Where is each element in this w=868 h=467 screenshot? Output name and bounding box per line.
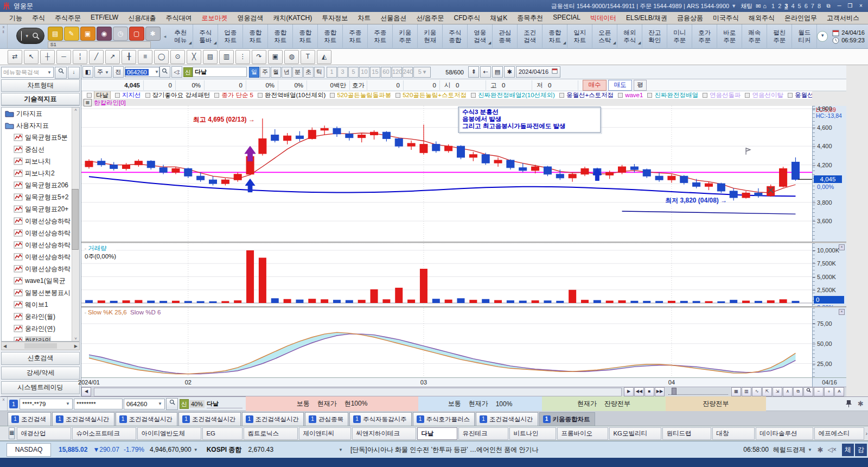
- period-button-분[interactable]: 분: [292, 67, 303, 78]
- status-badge-감[interactable]: 감: [855, 444, 867, 456]
- save-icon[interactable]: ▤: [48, 27, 63, 41]
- minute-button-1[interactable]: 1: [327, 67, 337, 78]
- menu-item-8[interactable]: 캐치(KATCH): [268, 14, 317, 23]
- index1-dropdown-icon[interactable]: ▼: [194, 447, 198, 452]
- menu-item-10[interactable]: 차트: [353, 14, 375, 23]
- watchlist-item-다날[interactable]: 다날: [417, 427, 457, 440]
- quick-search-dropdown-icon[interactable]: ▼: [25, 34, 29, 39]
- menu-item-15[interactable]: 종목추천: [512, 14, 548, 23]
- sidebar-item-웨이브1[interactable]: 웨이브1: [2, 299, 79, 311]
- screen-number-7[interactable]: 7: [809, 3, 816, 9]
- row-grip[interactable]: x: [0, 397, 8, 411]
- legend2-label[interactable]: 한칼라인[0]: [94, 99, 126, 107]
- toolbar-button-해외주식[interactable]: 해외주식◢: [617, 24, 642, 48]
- legend-item-2[interactable]: 장기좋아요 강세패턴: [152, 91, 210, 99]
- ellipse-all-tool[interactable]: ⊙: [170, 50, 185, 64]
- sidebar-item-한칼라인[interactable]: 한칼라인: [2, 335, 79, 342]
- toolbar-grip[interactable]: x‖: [0, 24, 8, 48]
- period-button-월[interactable]: 월: [271, 67, 281, 78]
- menu-item-1[interactable]: 주식: [27, 14, 50, 23]
- toolbar-button-관심종목[interactable]: 관심종목: [493, 24, 518, 48]
- legend-item-0[interactable]: 다날: [94, 91, 111, 99]
- toolbar-button-키움주문[interactable]: 키움주문: [393, 24, 418, 48]
- sidebar-item-이평선상승하락[interactable]: 이평선상승하락: [2, 227, 79, 239]
- chart-date-picker[interactable]: 2024/04/16: [516, 66, 560, 78]
- home-icon[interactable]: ⌂: [763, 3, 767, 9]
- minute-button-120[interactable]: 120: [392, 67, 402, 78]
- menu-item-19[interactable]: 금융상품: [672, 14, 708, 23]
- legend-item-7[interactable]: 진짜완전정배열2(10선제외): [478, 91, 555, 99]
- layout-style-icon[interactable]: ▥: [742, 387, 751, 396]
- camera-icon[interactable]: ◉: [97, 27, 112, 41]
- voice-icon[interactable]: ◁: ▼: [171, 66, 182, 78]
- restore-button[interactable]: ❒: [845, 2, 855, 10]
- tab-조건검색실시간-1[interactable]: 1조건검색실시간: [52, 412, 114, 426]
- date-range-tool[interactable]: ▤: [203, 50, 218, 64]
- legend-item-10[interactable]: 진짜완전정배열: [654, 91, 698, 99]
- sidebar-item-피보나치[interactable]: 피보나치: [2, 155, 79, 167]
- scroll-right-icon[interactable]: ▶: [74, 344, 78, 349]
- parallel-lines-tool[interactable]: ≡: [138, 50, 152, 64]
- forward-button[interactable]: ▶▶: [655, 387, 665, 396]
- sidebar-item-이평선상승하락[interactable]: 이평선상승하락: [2, 263, 79, 275]
- volume-pane[interactable]: ▫ 거래량0주(0,00%): [81, 243, 812, 306]
- minute-button-240[interactable]: 240: [403, 67, 413, 78]
- period-button-초[interactable]: 초: [303, 67, 314, 78]
- price-axis[interactable]: LC:5,89HC:-13,844,8004,6004,4004,2003,80…: [812, 106, 846, 242]
- toolbar-button-종합차트[interactable]: 종합차트: [293, 24, 318, 48]
- index2-name[interactable]: KOSPI 종합: [207, 445, 242, 455]
- save-chart-icon[interactable]: ▤: [492, 66, 503, 78]
- menu-search-input[interactable]: 메뉴항목검색 ▼: [1, 67, 54, 78]
- period-button-틱[interactable]: 틱: [314, 67, 324, 78]
- clipboard-icon[interactable]: ▦: [9, 427, 15, 439]
- sidebar-item-이평선상승하락[interactable]: 이평선상승하락: [2, 215, 79, 227]
- compare-chart-icon[interactable]: ⇞: [468, 66, 479, 78]
- legend-item-9[interactable]: wave1: [625, 92, 643, 98]
- play-button[interactable]: ▶: [624, 387, 634, 396]
- scroll-left-icon[interactable]: ◀: [3, 344, 7, 349]
- hscroll-thumb[interactable]: [24, 343, 57, 349]
- sidebar-vertical-scrollbar[interactable]: ˄ ˅: [72, 108, 79, 341]
- screen-number-6[interactable]: 6: [803, 3, 809, 9]
- toolbar-button-잔고확인[interactable]: 잔고확인: [642, 24, 667, 48]
- watchlist-item-대창[interactable]: 대창: [712, 427, 755, 440]
- toolbar-button-업종차트[interactable]: 업종차트: [218, 24, 243, 48]
- news-dropdown-icon[interactable]: ▼: [808, 447, 812, 452]
- watchlist-item-제이앤티씨[interactable]: 제이앤티씨: [299, 427, 351, 440]
- sidebar-item-피보나치2[interactable]: 피보나치2: [2, 167, 79, 179]
- menu-item-3[interactable]: ETF/ELW: [86, 14, 123, 23]
- legend-item-12[interactable]: 연음선이탈: [752, 91, 783, 99]
- tab-키움종합차트-9[interactable]: 1키움종합차트: [539, 412, 595, 426]
- password-field[interactable]: ********: [74, 399, 123, 409]
- menu-item-23[interactable]: 고객서비스: [822, 14, 864, 23]
- screen-number-4[interactable]: 4: [789, 3, 796, 9]
- stoch-axis[interactable]: ×75,0050,0025,00: [812, 308, 846, 377]
- ellipse-tool[interactable]: ◯: [154, 50, 169, 64]
- sidebar-item-기타지표[interactable]: 기타지표: [2, 108, 79, 119]
- menu-item-20[interactable]: 미국주식: [708, 14, 744, 23]
- order-segment-2[interactable]: 현재가잔량전부: [542, 396, 666, 411]
- toolbar-button-주종차트[interactable]: 주종차트: [343, 24, 368, 48]
- technical-indicator-section-button[interactable]: 기술적지표: [1, 93, 80, 106]
- menu-item-9[interactable]: 투자정보: [317, 14, 353, 23]
- account-select[interactable]: ****-**79▼: [20, 399, 73, 409]
- zoom-out-button[interactable]: −: [814, 387, 824, 396]
- tab-조건검색실시간-8[interactable]: 1조건검색실시간: [476, 412, 538, 426]
- close-pane-icon[interactable]: ×: [839, 309, 845, 315]
- menu-item-7[interactable]: 영웅검색: [232, 14, 268, 23]
- stop-button[interactable]: ■: [644, 387, 654, 396]
- period-button-주[interactable]: 주: [260, 67, 270, 78]
- menu-item-4[interactable]: 신용/대출: [123, 14, 161, 23]
- toolbar-button-월드티커[interactable]: 월드티커: [792, 24, 817, 48]
- search-dropdown-icon[interactable]: ▼: [47, 70, 52, 75]
- watchlist-item-KG모빌리티[interactable]: KG모빌리티: [609, 427, 661, 440]
- index1-name[interactable]: NASDAQ: [7, 443, 51, 457]
- wave-icon[interactable]: ∧: [783, 387, 793, 396]
- watchlist-item-EG[interactable]: EG: [202, 427, 242, 440]
- period-button-일[interactable]: 일: [249, 67, 259, 78]
- clock-icon[interactable]: ◷: [113, 27, 128, 41]
- toolbar-button-쾌속주문[interactable]: 쾌속주문: [742, 24, 767, 48]
- brush-icon[interactable]: ✎: [64, 27, 79, 41]
- close-pane-icon[interactable]: ×: [839, 244, 845, 250]
- stock-code-input[interactable]: 064260▼: [125, 67, 159, 77]
